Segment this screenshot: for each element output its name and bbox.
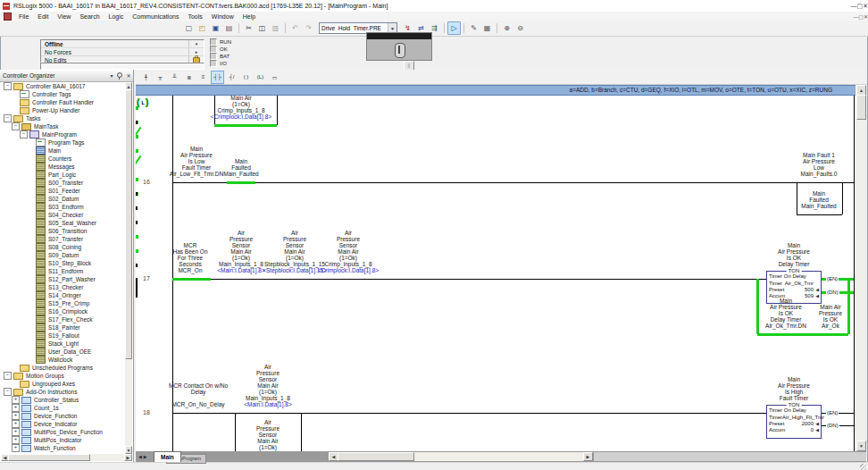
save-icon[interactable]: ▣: [209, 21, 222, 35]
xio-contact-icon[interactable]: ┤/: [225, 71, 238, 84]
rung-list-icon[interactable]: ≣: [182, 71, 196, 84]
chevron-down-icon[interactable]: ▾: [107, 72, 116, 79]
menu-help[interactable]: Help: [238, 13, 260, 20]
ladder-hscrollbar[interactable]: ◀ ▶: [329, 452, 593, 461]
tree-item-s08-coining[interactable]: S08_Coining: [1, 243, 124, 251]
expand-icon[interactable]: +: [12, 404, 20, 412]
tree-item-s11-endform[interactable]: S11_Endform: [1, 267, 124, 275]
collapse-icon[interactable]: −: [20, 130, 28, 138]
tree-item-count-1s[interactable]: +Count_1s: [1, 404, 124, 412]
print-icon[interactable]: ▤: [222, 21, 236, 35]
tree-item-controller-fault-handler[interactable]: Controller Fault Handler: [1, 98, 124, 106]
ote-coil-icon[interactable]: ( ): [239, 71, 253, 84]
menu-logic[interactable]: Logic: [104, 13, 129, 20]
collapse-icon[interactable]: −: [4, 372, 12, 380]
tree-item-controller-status[interactable]: +Controller_Status: [1, 396, 124, 404]
close-icon[interactable]: ✕: [124, 72, 133, 79]
tree-item-main[interactable]: Main: [1, 147, 124, 155]
tree-item-s13-checker[interactable]: S13_Checker: [1, 283, 124, 291]
branch-level-icon[interactable]: ╨: [168, 71, 181, 84]
rung-number-17[interactable]: 17: [143, 275, 150, 281]
tree-item-messages[interactable]: Messages: [1, 163, 124, 171]
branch-icon[interactable]: ╥: [154, 71, 167, 84]
tree-item-tasks[interactable]: −Tasks: [1, 114, 124, 122]
mode-row[interactable]: Offline ▾: [41, 40, 204, 48]
tree-item-ungrouped-axes[interactable]: Ungrouped Axes: [1, 380, 124, 388]
collapse-icon[interactable]: −: [4, 388, 12, 396]
tab-main[interactable]: Main: [154, 451, 181, 462]
tree-item-s03-endform[interactable]: S03_Endform: [1, 203, 124, 211]
zoom-in-icon[interactable]: ⊕: [500, 21, 513, 35]
tree-item-multipos-indicator[interactable]: +MultiPos_Indicator: [1, 436, 124, 444]
tree-item-s00-transfer[interactable]: S00_Transfer: [1, 179, 124, 187]
tree-item-s10-step-block[interactable]: S10_Step_Block: [1, 259, 124, 267]
ladder-vscrollbar[interactable]: ▲ ▼: [855, 85, 866, 451]
tab-nav-arrows-icon[interactable]: ◀▶: [138, 454, 149, 459]
mdi-close-button[interactable]: ✕: [864, 14, 868, 20]
close-button[interactable]: ✕: [863, 3, 868, 9]
rung-number-16[interactable]: 16: [143, 179, 150, 185]
xic-contact-Air_Low_Flt_Tmr.DN[interactable]: [136, 110, 152, 124]
copy-icon[interactable]: ◫: [255, 21, 269, 35]
otl-coil-icon[interactable]: (L): [254, 71, 267, 84]
scroll-thumb[interactable]: [8, 454, 90, 461]
mode-dropdown-icon[interactable]: ▾: [188, 40, 204, 47]
pin-icon[interactable]: [116, 72, 122, 80]
organizer-vscrollbar[interactable]: ▲ ▼: [125, 82, 132, 454]
ton-air-high-flt-tmr[interactable]: TONTimer On DelayTimerAir_High_Flt_TmrPr…: [766, 405, 822, 439]
expand-icon[interactable]: +: [12, 436, 20, 444]
tree-item-s01-feeder[interactable]: S01_Feeder: [1, 187, 124, 195]
new-rung-icon[interactable]: ╀: [139, 71, 153, 84]
xic-contact-Crimp_Inputs_1_8[interactable]: [136, 210, 152, 224]
collapse-icon[interactable]: −: [4, 114, 12, 122]
tree-item-s06-transition[interactable]: S06_Transition: [1, 227, 124, 235]
scroll-down-icon[interactable]: ▼: [856, 441, 866, 451]
tree-item-watch-function[interactable]: +Watch_Function: [1, 444, 124, 452]
tree-item-s05-seal-washer[interactable]: S05_Seal_Washer: [1, 219, 124, 227]
timer-instruction-icon[interactable]: ▭: [268, 71, 281, 84]
tree-item-controller-tags[interactable]: Controller Tags: [1, 90, 124, 98]
tree-item-program-tags[interactable]: Program Tags: [1, 138, 124, 147]
menu-edit[interactable]: Edit: [33, 13, 53, 20]
menu-tools[interactable]: Tools: [183, 13, 206, 20]
collapse-icon[interactable]: −: [4, 82, 12, 90]
minimize-button[interactable]: —: [851, 3, 857, 9]
menu-window[interactable]: Window: [207, 13, 238, 20]
tree-item-user-data-oee[interactable]: User_Data_OEE: [1, 348, 124, 356]
tree-item-s02-datum[interactable]: S02_Datum: [1, 195, 124, 203]
undo-icon[interactable]: ↶: [288, 21, 302, 35]
organizer-hscrollbar[interactable]: ◀ ▶: [1, 454, 132, 461]
scroll-right-icon[interactable]: ▶: [124, 454, 132, 461]
select-mode-icon[interactable]: ▷: [447, 21, 461, 35]
tree-item-s15-pre-crimp[interactable]: S15_Pre_Crimp: [1, 299, 124, 307]
scroll-down-icon[interactable]: ▼: [125, 446, 132, 454]
xic-contact-Air_Ok_Tmr.DN[interactable]: [136, 224, 152, 239]
xic-contact-icon[interactable]: ┤├: [211, 71, 224, 84]
tree-item-s09-datum[interactable]: S09_Datum: [1, 251, 124, 259]
tree-item-s19-fallout[interactable]: S19_Fallout: [1, 332, 124, 340]
tree-item-wallclock[interactable]: Wallclock: [1, 356, 124, 364]
tree-item-s04-checker[interactable]: S04_Checker: [1, 211, 124, 219]
tree-item-motion-groups[interactable]: −Motion Groups: [1, 372, 124, 380]
browse-logic-icon[interactable]: ▦: [480, 21, 494, 35]
tree-item-mainprogram[interactable]: −MainProgram: [1, 130, 124, 138]
forces-row[interactable]: No Forces ▸: [41, 48, 204, 56]
scroll-thumb[interactable]: [125, 89, 132, 359]
expand-icon[interactable]: +: [12, 396, 20, 404]
ladder-canvas[interactable]: Main Air(1=Ok)Crimp_Inputs_1_8<Crimplock…: [136, 96, 855, 451]
tree-item-s18-painter[interactable]: S18_Painter: [1, 323, 124, 332]
tree-item-maintask[interactable]: −MainTask: [1, 122, 124, 130]
rung-number-18[interactable]: 18: [143, 409, 150, 415]
xic-contact-Stepblock_Inputs_1_15[interactable]: [136, 196, 152, 210]
tree-item-s14-oringer[interactable]: S14_Oringer: [1, 291, 124, 299]
collapse-icon[interactable]: −: [12, 122, 20, 130]
expand-icon[interactable]: +: [12, 420, 20, 428]
tree-item-controller-baai-16017[interactable]: −Controller BAAI_16017: [1, 82, 124, 90]
tree-item-device-function[interactable]: +Device_Function: [1, 412, 124, 420]
scroll-thumb[interactable]: [338, 452, 414, 461]
tree-item-counters[interactable]: Counters: [1, 155, 124, 163]
expand-icon[interactable]: +: [12, 444, 20, 452]
path-field[interactable]: [40, 63, 204, 70]
tree-item-part-logic[interactable]: Part_Logic: [1, 171, 124, 179]
cut-icon[interactable]: ✂: [242, 21, 255, 35]
